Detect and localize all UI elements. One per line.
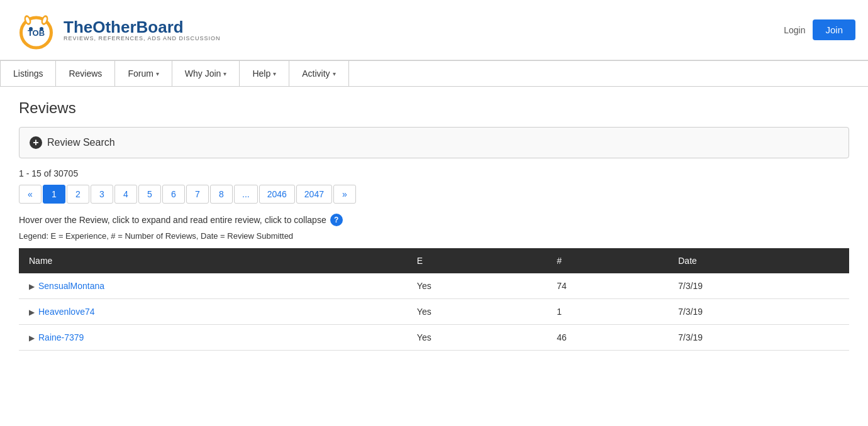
cell-date: 7/3/19: [668, 299, 849, 325]
table-row[interactable]: ▶Raine-7379Yes467/3/19: [19, 325, 849, 351]
header: TOB TheOtherBoard REVIEWS, REFERENCES, A…: [0, 0, 868, 60]
cell-date: 7/3/19: [668, 325, 849, 351]
table-header: NameE#Date: [19, 248, 849, 273]
logo-icon: TOB: [13, 6, 60, 53]
col-e: E: [407, 248, 547, 273]
caret-icon: ▾: [156, 70, 159, 77]
logo-text: TheOtherBoard REVIEWS, REFERENCES, ADS A…: [64, 19, 221, 41]
reviews-table: NameE#Date ▶SensualMontanaYes747/3/19▶He…: [19, 248, 849, 351]
hover-instruction: Hover over the Review, click to expand a…: [19, 214, 849, 226]
page-btn-2046[interactable]: 2046: [259, 185, 295, 204]
reviewer-link[interactable]: Raine-7379: [38, 332, 84, 342]
nav-item-reviews[interactable]: Reviews: [56, 61, 115, 86]
col-date: Date: [668, 248, 849, 273]
cell-count: 74: [547, 273, 668, 299]
navbar: ListingsReviewsForum ▾Why Join ▾Help ▾Ac…: [0, 60, 868, 87]
page-btn-1[interactable]: 1: [43, 185, 65, 204]
expand-arrow: ▶: [29, 282, 35, 291]
login-link[interactable]: Login: [784, 25, 805, 35]
nav-item-help[interactable]: Help ▾: [240, 61, 289, 86]
table-row[interactable]: ▶Heavenlove74Yes17/3/19: [19, 299, 849, 325]
reviewer-link[interactable]: SensualMontana: [38, 281, 104, 291]
logo-main-text: TheOtherBoard: [64, 19, 221, 35]
page-btn-2047[interactable]: 2047: [296, 185, 332, 204]
reviewer-link[interactable]: Heavenlove74: [38, 307, 95, 317]
expand-arrow: ▶: [29, 334, 35, 342]
pagination: «12345678...20462047»: [19, 185, 849, 204]
plus-icon: +: [30, 136, 42, 149]
col-#: #: [547, 248, 668, 273]
page-btn-5[interactable]: 5: [138, 185, 161, 204]
logo-area: TOB TheOtherBoard REVIEWS, REFERENCES, A…: [13, 6, 221, 53]
main-content: Reviews + Review Search 1 - 15 of 30705 …: [0, 87, 868, 363]
hover-instruction-text: Hover over the Review, click to expand a…: [19, 215, 326, 225]
expand-arrow: ▶: [29, 308, 35, 317]
logo-sub-text: REVIEWS, REFERENCES, ADS AND DISCUSSION: [64, 35, 221, 41]
page-title: Reviews: [19, 99, 849, 117]
help-icon[interactable]: ?: [330, 214, 343, 226]
cell-experience: Yes: [407, 299, 547, 325]
caret-icon: ▾: [333, 70, 336, 77]
page-btn-ellipsis[interactable]: ...: [234, 185, 258, 204]
cell-date: 7/3/19: [668, 273, 849, 299]
table-body: ▶SensualMontanaYes747/3/19▶Heavenlove74Y…: [19, 273, 849, 351]
nav-item-why-join[interactable]: Why Join ▾: [172, 61, 240, 86]
cell-count: 1: [547, 299, 668, 325]
page-btn-4[interactable]: 4: [114, 185, 137, 204]
legend: Legend: E = Experience, # = Number of Re…: [19, 231, 849, 241]
nav-item-listings[interactable]: Listings: [0, 61, 56, 86]
review-search-box[interactable]: + Review Search: [19, 127, 849, 158]
page-btn-8[interactable]: 8: [210, 185, 233, 204]
cell-count: 46: [547, 325, 668, 351]
nav-item-forum[interactable]: Forum ▾: [115, 61, 172, 86]
cell-name: ▶Heavenlove74: [19, 299, 407, 325]
page-btn-next[interactable]: »: [333, 185, 356, 204]
cell-name: ▶Raine-7379: [19, 325, 407, 351]
table-row[interactable]: ▶SensualMontanaYes747/3/19: [19, 273, 849, 299]
caret-icon: ▾: [273, 70, 276, 77]
page-btn-prev[interactable]: «: [19, 185, 42, 204]
join-button[interactable]: Join: [813, 19, 855, 40]
svg-point-6: [29, 27, 33, 31]
cell-name: ▶SensualMontana: [19, 273, 407, 299]
caret-icon: ▾: [223, 70, 226, 77]
page-btn-3[interactable]: 3: [91, 185, 113, 204]
cell-experience: Yes: [407, 325, 547, 351]
col-name: Name: [19, 248, 407, 273]
cell-experience: Yes: [407, 273, 547, 299]
pagination-info: 1 - 15 of 30705: [19, 168, 849, 178]
header-actions: Login Join: [784, 19, 855, 40]
nav-item-activity[interactable]: Activity ▾: [289, 61, 348, 86]
search-box-label: Review Search: [47, 137, 115, 148]
page-btn-2[interactable]: 2: [67, 185, 89, 204]
svg-point-7: [40, 27, 43, 31]
page-btn-6[interactable]: 6: [162, 185, 185, 204]
page-btn-7[interactable]: 7: [186, 185, 209, 204]
